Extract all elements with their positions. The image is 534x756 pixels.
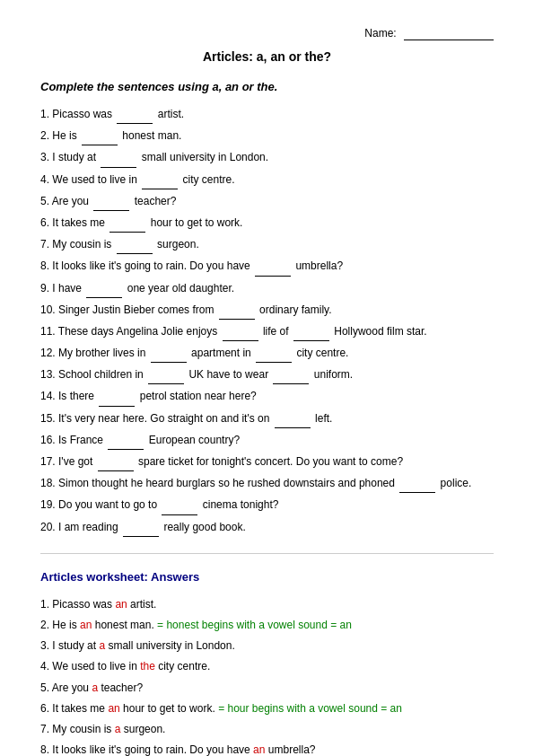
list-item: 15. It's very near here. Go straight on … [40, 410, 494, 428]
answer-item: 2. He is an honest man. = honest begins … [40, 617, 494, 634]
answer-item: 4. We used to live in the city centre. [40, 658, 494, 675]
answer-item: 6. It takes me an hour to get to work. =… [40, 700, 494, 717]
list-item: 16. Is France European country? [40, 432, 494, 450]
answers-heading: Articles worksheet: Answers [40, 570, 494, 584]
answer-item: 8. It looks like it's going to rain. Do … [40, 742, 494, 756]
list-item: 19. Do you want to go to cinema tonight? [40, 497, 494, 514]
list-item: 5. Are you teacher? [40, 193, 494, 211]
exercise-section: Complete the sentences using a, an or th… [40, 80, 494, 537]
list-item: 10. Singer Justin Bieber comes from ordi… [40, 302, 494, 320]
list-item: 1. Picasso was artist. [40, 106, 494, 124]
section-divider [40, 553, 494, 554]
list-item: 17. I've got spare ticket for tonight's … [40, 453, 494, 471]
answers-section: Articles worksheet: Answers 1. Picasso w… [40, 570, 494, 756]
list-item: 18. Simon thought he heard burglars so h… [40, 475, 494, 493]
list-item: 12. My brother lives in apartment in cit… [40, 345, 494, 363]
list-item: 6. It takes me hour to get to work. [40, 215, 494, 233]
list-item: 8. It looks like it's going to rain. Do … [40, 258, 494, 276]
list-item: 7. My cousin is surgeon. [40, 236, 494, 254]
answer-item: 3. I study at a small university in Lond… [40, 637, 494, 655]
page-title: Articles: a, an or the? [40, 49, 494, 64]
name-label: Name: [364, 27, 396, 40]
name-line: Name: [40, 27, 494, 40]
list-item: 4. We used to live in city centre. [40, 171, 494, 189]
answers-list: 1. Picasso was an artist. 2. He is an ho… [40, 596, 494, 756]
sentences-list: 1. Picasso was artist. 2. He is honest m… [40, 106, 494, 537]
list-item: 11. These days Angelina Jolie enjoys lif… [40, 323, 494, 341]
list-item: 20. I am reading really good book. [40, 519, 494, 537]
exercise-heading: Complete the sentences using a, an or th… [40, 80, 494, 93]
list-item: 9. I have one year old daughter. [40, 280, 494, 298]
answer-item: 7. My cousin is a surgeon. [40, 721, 494, 738]
list-item: 13. School children in UK have to wear u… [40, 366, 494, 384]
list-item: 2. He is honest man. [40, 127, 494, 145]
answer-item: 5. Are you a teacher? [40, 680, 494, 697]
answer-item: 1. Picasso was an artist. [40, 596, 494, 613]
name-underline [404, 27, 494, 40]
list-item: 3. I study at small university in London… [40, 149, 494, 167]
list-item: 14. Is there petrol station near here? [40, 388, 494, 406]
